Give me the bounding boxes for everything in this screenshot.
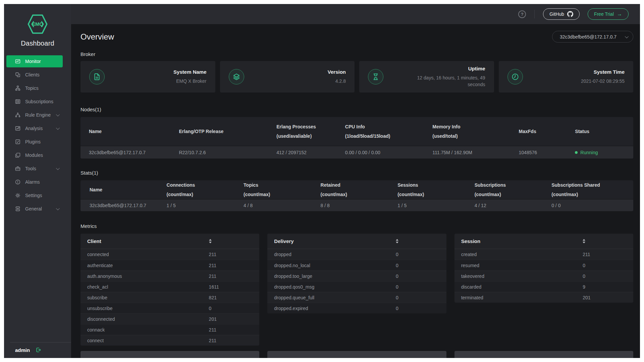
metric-row: dropped.qos0_msg 0	[267, 281, 446, 292]
metrics-table-delivery: Delivery dropped 0 dropped.no_local	[267, 234, 446, 313]
logout-icon[interactable]	[35, 347, 41, 353]
nodes-section-title: Nodes(1)	[80, 107, 633, 112]
metric-value: 0	[396, 306, 440, 311]
metric-key: created	[461, 252, 583, 257]
metric-key: unsubscribe	[87, 306, 209, 311]
metric-row: terminated 201	[454, 292, 633, 303]
main-area: ? GitHub Free Trial → Overview 32c3dbefb…	[71, 4, 640, 358]
sort-icon[interactable]	[209, 239, 212, 243]
metrics-table-session: Session created 211 resumed	[454, 234, 633, 303]
metrics-grid: Client connected 211 authenticate	[80, 234, 633, 358]
sort-icon[interactable]	[396, 239, 398, 243]
metrics-client-title: Client	[87, 238, 209, 244]
stats-table-header: Name Connections(count/max) Topics(count…	[80, 180, 633, 199]
version-card: Version 4.2.8	[220, 61, 355, 93]
stats-table-row: 32c3dbefbe65@172.17.0.7 1 / 5 4 / 8 8 / …	[80, 199, 633, 211]
metrics-table-client: Client connected 211 authenticate	[80, 234, 259, 346]
sidebar-item-rule-engine[interactable]: Rule Engine	[6, 109, 63, 121]
brand-area: EMQ Dashboard	[4, 4, 71, 47]
metric-key: terminated	[461, 295, 583, 300]
sidebar-item-clients[interactable]: Clients	[6, 69, 63, 81]
metric-row: check_acl 1611	[80, 281, 259, 292]
metric-row: discarded 9	[454, 281, 633, 292]
metric-row: unsubscribe 0	[80, 303, 259, 313]
monitor-icon	[15, 59, 20, 64]
stats-name: 32c3dbefbe65@172.17.0.7	[90, 203, 167, 208]
nodes-table-row: 32c3dbefbe65@172.17.0.7 R22/10.7.2.6 412…	[80, 146, 633, 159]
metric-value: 211	[583, 252, 627, 257]
status-dot-icon	[575, 151, 578, 154]
sidebar-menu: Monitor Clients Topics Subscriptions Rul…	[4, 55, 71, 342]
modules-icon	[15, 153, 20, 158]
emq-logo-icon: EMQ	[27, 13, 48, 36]
free-trial-button[interactable]: Free Trial →	[588, 8, 629, 20]
metric-key: authenticate	[87, 263, 209, 268]
metric-key: resumed	[461, 263, 583, 268]
sidebar-item-monitor[interactable]: Monitor	[6, 55, 63, 67]
layers-icon	[229, 69, 244, 84]
metric-value: 0	[396, 252, 440, 257]
node-processes: 412 / 2097152	[276, 150, 345, 155]
metrics-session-body: created 211 resumed 0 takeovered 0	[454, 249, 633, 303]
metric-row: dropped.queue_full 0	[267, 292, 446, 303]
metric-row: connect 211	[80, 335, 259, 346]
nodes-table-header: Name Erlang/OTP Release Erlang Processes…	[80, 117, 633, 146]
nodes-table: Name Erlang/OTP Release Erlang Processes…	[80, 117, 633, 159]
stats-connections: 1 / 5	[167, 203, 244, 208]
chevron-down-icon	[56, 206, 60, 210]
metric-row: dropped 0	[267, 249, 446, 260]
metric-value: 211	[209, 274, 253, 279]
system-name-card: System Name EMQ X Broker	[80, 61, 215, 93]
metrics-session-title: Session	[461, 238, 583, 244]
sidebar-item-general[interactable]: General	[6, 203, 63, 215]
metric-key: dropped.qos0_msg	[274, 284, 396, 290]
metric-row: connack 211	[80, 324, 259, 335]
github-button[interactable]: GitHub	[543, 8, 580, 20]
metric-value: 0	[396, 274, 440, 279]
metric-value: 201	[583, 295, 627, 300]
metric-row: subscribe 821	[80, 292, 259, 303]
sidebar-item-alarms[interactable]: Alarms	[6, 176, 63, 188]
sidebar-item-plugins[interactable]: Plugins	[6, 136, 63, 148]
metric-row: dropped.expired 0	[267, 303, 446, 313]
metric-key: connack	[87, 327, 209, 333]
github-icon	[567, 11, 573, 17]
sidebar-item-subscriptions[interactable]: Subscriptions	[6, 96, 63, 108]
sort-icon[interactable]	[583, 239, 585, 243]
metric-key: dropped	[274, 252, 396, 257]
sidebar-item-topics[interactable]: Topics	[6, 82, 63, 94]
metric-value: 211	[209, 263, 253, 268]
metrics-delivery-body: dropped 0 dropped.no_local 0 dropped.too…	[267, 249, 446, 313]
stats-subscriptions-shared: 0 / 0	[551, 203, 624, 208]
clock-icon	[507, 69, 523, 84]
metric-row: dropped.no_local 0	[267, 260, 446, 270]
uptime-card: Uptime 12 days, 16 hours, 1 minutes, 49 …	[359, 61, 494, 93]
stats-table: Name Connections(count/max) Topics(count…	[80, 180, 633, 211]
metric-row: auth.anonymous 211	[80, 270, 259, 281]
broker-cards: System Name EMQ X Broker Version 4.2.8 U…	[80, 61, 633, 93]
alarms-icon	[15, 179, 20, 185]
help-icon[interactable]: ?	[518, 10, 526, 18]
metric-key: auth.anonymous	[87, 274, 209, 279]
sidebar-item-modules[interactable]: Modules	[6, 149, 63, 161]
next-table-partial	[454, 351, 633, 358]
metric-key: discarded	[461, 284, 583, 290]
metrics-delivery-title: Delivery	[274, 238, 396, 244]
sidebar-item-tools[interactable]: Tools	[6, 163, 63, 175]
metric-key: dropped.expired	[274, 306, 396, 311]
node-maxfds: 1048576	[519, 150, 575, 155]
metric-key: connect	[87, 338, 209, 343]
sidebar-item-analysis[interactable]: Analysis	[6, 122, 63, 134]
metric-key: takeovered	[461, 274, 583, 279]
node-name: 32c3dbefbe65@172.17.0.7	[89, 150, 179, 155]
metric-row: disconnected 201	[80, 313, 259, 324]
stats-subscriptions: 4 / 12	[475, 203, 552, 208]
sidebar-item-settings[interactable]: Settings	[6, 189, 63, 201]
metric-key: dropped.queue_full	[274, 295, 396, 300]
rule-engine-icon	[15, 112, 20, 118]
metric-value: 211	[209, 338, 253, 343]
node-select-dropdown[interactable]: 32c3dbefbe65@172.17.0.7	[552, 31, 633, 43]
metrics-section-title: Metrics	[80, 223, 633, 229]
sidebar: EMQ Dashboard Monitor Clients Topics Sub…	[4, 4, 71, 358]
app-title: Dashboard	[4, 40, 71, 47]
